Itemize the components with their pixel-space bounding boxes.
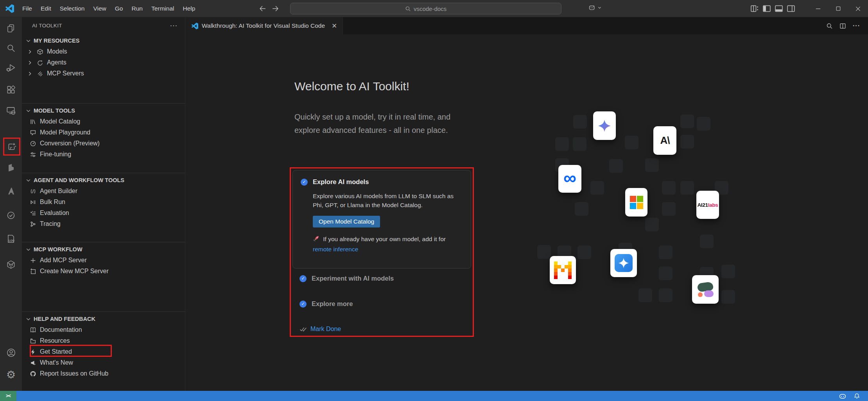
minimize-button[interactable] (808, 0, 828, 17)
chevron-down-icon (25, 316, 32, 322)
section-header-agent-workflow[interactable]: AGENT AND WORKFLOW TOOLS (22, 175, 185, 186)
vscode-logo-icon (5, 4, 14, 13)
menu-edit[interactable]: Edit (36, 3, 56, 14)
annotation-box-activity (3, 138, 20, 156)
conversion-icon (30, 140, 36, 147)
sidebar-item-tracing[interactable]: Tracing (22, 218, 185, 229)
sidebar-item-documentation[interactable]: Documentation (22, 324, 185, 335)
menu-file[interactable]: File (18, 3, 36, 14)
toggle-primary-sidebar-icon[interactable] (762, 4, 771, 13)
megaphone-icon (30, 360, 36, 366)
azure-ai-foundry-icon[interactable] (6, 163, 16, 173)
mcp-servers-icon (37, 70, 43, 77)
vscode-window: File Edit Selection View Go Run Terminal… (0, 0, 868, 401)
account-icon[interactable] (6, 347, 16, 358)
window-controls (808, 0, 868, 17)
sidebar-item-agent-builder[interactable]: Agent Builder (22, 186, 185, 197)
menu-bar: File Edit Selection View Go Run Terminal… (18, 3, 199, 14)
extensions-icon[interactable] (6, 84, 16, 95)
chevron-down-icon (597, 5, 602, 10)
activity-bar: LOG ⚙ (0, 17, 22, 391)
placeholder-tile (645, 158, 659, 172)
sidebar-item-model-playground[interactable]: Model Playground (22, 127, 185, 138)
remote-explorer-icon[interactable] (6, 106, 16, 116)
placeholder-tile (573, 137, 586, 151)
copilot-status-icon[interactable] (839, 393, 846, 399)
toggle-panel-icon[interactable] (775, 4, 783, 13)
sidebar-item-fine-tuning[interactable]: Fine-tuning (22, 149, 185, 160)
maximize-button[interactable] (828, 0, 848, 17)
search-view-icon[interactable] (6, 43, 16, 53)
placeholder-tile (662, 202, 676, 216)
placeholder-tile (590, 181, 604, 195)
gemini-logo (593, 111, 616, 140)
agents-icon (37, 59, 43, 66)
section-header-my-resources[interactable]: MY RESOURCES (22, 35, 185, 46)
forward-arrow-icon[interactable] (272, 5, 279, 12)
placeholder-tile (659, 245, 673, 259)
section-header-help-feedback[interactable]: HELP AND FEEDBACK (22, 313, 185, 324)
agent-builder-icon (30, 188, 36, 195)
layout-controls (750, 0, 795, 17)
back-arrow-icon[interactable] (259, 5, 266, 12)
sidebar-item-mcp-servers[interactable]: MCP Servers (22, 68, 185, 79)
new-file-icon (30, 268, 36, 275)
section-header-mcp-workflow[interactable]: MCP WORKFLOW (22, 244, 185, 255)
sidebar-item-add-mcp-server[interactable]: Add MCP Server (22, 255, 185, 266)
tab-walkthrough[interactable]: Walkthrough: AI Toolkit for Visual Studi… (185, 17, 343, 34)
ai-toolkit-icon[interactable] (7, 141, 17, 152)
copilot-menu-button[interactable] (588, 4, 602, 12)
sidebar-item-models[interactable]: Models (22, 46, 185, 57)
toggle-secondary-sidebar-icon[interactable] (787, 4, 795, 13)
tab-close-icon[interactable]: ✕ (332, 22, 337, 30)
command-center-search[interactable]: vscode-docs (290, 3, 561, 14)
lightning-icon (30, 349, 36, 355)
output-log-icon[interactable]: LOG (6, 234, 16, 244)
close-button[interactable] (848, 0, 868, 17)
menu-go[interactable]: Go (111, 3, 127, 14)
more-actions-icon[interactable]: ··· (853, 22, 860, 29)
sidebar-item-bulk-run[interactable]: Bulk Run (22, 197, 185, 208)
find-icon[interactable] (826, 23, 833, 29)
add-icon (30, 257, 36, 264)
menu-view[interactable]: View (89, 3, 110, 14)
menu-selection[interactable]: Selection (56, 3, 89, 14)
editor-actions: ··· (826, 22, 868, 29)
placeholder-tile (575, 202, 588, 216)
sidebar-item-report-issues[interactable]: Report Issues on GitHub (22, 368, 185, 379)
sidebar-item-create-new-mcp-server[interactable]: Create New MCP Server (22, 266, 185, 277)
sidebar-item-get-started[interactable]: Get Started (22, 346, 185, 357)
remote-icon: >< (6, 393, 11, 399)
settings-gear-icon[interactable]: ⚙ (6, 370, 16, 380)
run-debug-icon[interactable] (6, 63, 16, 73)
remote-indicator[interactable]: >< (0, 391, 16, 401)
sidebar-item-evaluation[interactable]: Evaluation (22, 208, 185, 218)
logo-grid: A\ ∞ AI21labs (185, 34, 868, 391)
resources-icon (30, 338, 36, 344)
sidebar-item-conversion[interactable]: Conversion (Preview) (22, 138, 185, 149)
placeholder-tile (573, 115, 587, 129)
placeholder-tile (680, 135, 694, 149)
sidebar-item-agents[interactable]: Agents (22, 57, 185, 68)
more-actions-icon[interactable]: ··· (170, 23, 178, 29)
menu-terminal[interactable]: Terminal (147, 3, 179, 14)
sidebar-item-model-catalog[interactable]: Model Catalog (22, 116, 185, 127)
section-model-tools: MODEL TOOLS Model Catalog Model Playgrou… (22, 103, 185, 173)
split-editor-icon[interactable] (839, 23, 846, 29)
menu-run[interactable]: Run (127, 3, 147, 14)
menu-help[interactable]: Help (179, 3, 200, 14)
explorer-icon[interactable] (6, 23, 16, 34)
section-header-model-tools[interactable]: MODEL TOOLS (22, 105, 185, 116)
containers-icon[interactable] (6, 260, 16, 270)
history-nav (259, 0, 279, 17)
placeholder-tile (659, 267, 673, 280)
customize-layout-icon[interactable] (750, 4, 759, 13)
model-catalog-icon (30, 118, 36, 125)
notifications-bell-icon[interactable] (854, 393, 860, 399)
sidebar-item-resources[interactable]: Resources (22, 335, 185, 346)
azure-icon[interactable] (6, 186, 16, 196)
testing-icon[interactable] (6, 210, 16, 220)
chevron-right-icon (27, 59, 33, 66)
sidebar-item-whats-new[interactable]: What's New (22, 357, 185, 368)
evaluation-icon (30, 210, 36, 217)
